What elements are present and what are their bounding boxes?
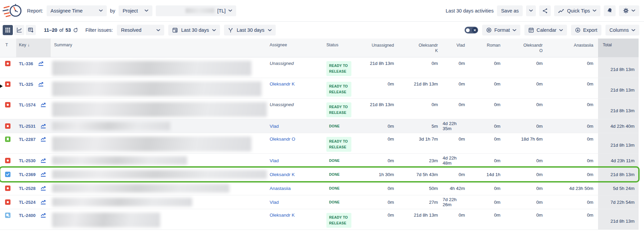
time-cell-roman: 0m (470, 186, 505, 191)
trend-report-icon[interactable] (40, 199, 47, 205)
pagination: 11–20 of 53 (44, 27, 78, 33)
assignee-link[interactable]: Vlad (270, 124, 279, 129)
trend-report-icon[interactable] (40, 213, 47, 218)
time-cell-anastasiia: 0m (547, 209, 598, 218)
trend-report-icon[interactable] (40, 158, 47, 163)
time-cell-roman: 0m (470, 133, 505, 142)
status-badge: DONE (326, 198, 342, 207)
col-header-user-roman[interactable]: Roman (470, 39, 505, 57)
table-row[interactable]: TL-2369 Oleksandr K DONE 1h 30m 7d 5h 43… (0, 168, 639, 181)
table-row[interactable]: TL-2524 Vlad DONE 0m 27m 7d 22h 26m 0m 0… (0, 195, 639, 209)
issue-key-link[interactable]: TL-2369 (19, 172, 35, 177)
chevron-down-icon (513, 29, 516, 31)
time-cell-oleksandr-o: 0m (505, 172, 547, 177)
issue-key-link[interactable]: TL-2531 (19, 124, 35, 129)
bell-icon (607, 8, 613, 14)
trend-report-icon[interactable] (40, 172, 47, 177)
col-header-user-unassigned[interactable]: Unassigned (365, 39, 399, 57)
save-as-button[interactable]: Save as (497, 5, 523, 16)
assignee-link[interactable]: Oleksandr K (270, 213, 295, 218)
trend-report-icon[interactable] (40, 123, 47, 129)
total-time-cell: 21d 8h 13m (598, 78, 639, 98)
time-cell-roman: 0m (470, 158, 505, 163)
issue-key-link[interactable]: TL-2528 (19, 186, 35, 191)
col-header-assignee[interactable]: Assignee (267, 39, 324, 57)
assignee-link[interactable]: Vlad (270, 158, 279, 163)
worklog-range-dropdown[interactable]: Last 30 days (224, 25, 275, 35)
trend-report-icon[interactable] (40, 186, 47, 191)
assignee-link[interactable]: Unassigned (270, 102, 294, 107)
project-dropdown[interactable]: [TL] (156, 5, 236, 16)
col-header-user-vlad[interactable]: Vlad (443, 39, 470, 57)
pivot-view-button[interactable] (26, 25, 36, 35)
issue-key-link[interactable]: TL-2524 (19, 200, 35, 205)
time-cell-oleksandr-o: 0m (505, 186, 547, 191)
time-cell-anastasiia: 0m (547, 57, 598, 66)
trend-report-icon[interactable] (40, 102, 47, 107)
time-cell-vlad: 0m (443, 78, 470, 87)
export-button[interactable]: Export (571, 25, 601, 35)
time-cell-roman: 0m (470, 57, 505, 66)
table-row[interactable]: TL-2287 Oleksandr O READY TO RELEASE 0m … (0, 133, 639, 154)
table-row[interactable]: TL-2528 Anastasiia DONE 0m 50m 4h 42m 0m… (0, 181, 639, 195)
trend-report-icon[interactable] (38, 61, 44, 66)
table-row[interactable]: TL-1574 Unassigned READY TO RELEASE 21d … (0, 99, 639, 119)
assignee-link[interactable]: Oleksandr K (270, 81, 295, 87)
col-header-total[interactable]: Total (598, 39, 639, 57)
trend-report-icon[interactable] (40, 137, 47, 142)
save-as-label: Save as (501, 8, 519, 14)
assignee-link[interactable]: Oleksandr O (270, 137, 295, 142)
share-icon (542, 8, 548, 14)
calendar-button[interactable]: Calendar (524, 25, 567, 35)
col-header-user-oleksandr-o[interactable]: Oleksandr O (505, 39, 547, 57)
time-cell-oleksandr-o: 0m (505, 57, 547, 66)
group-by-dropdown[interactable]: Project (119, 5, 152, 16)
time-cell-unassigned: 0m (365, 133, 399, 142)
time-cell-vlad: 0m (443, 133, 470, 142)
report-type-dropdown[interactable]: Assignee Time (47, 5, 107, 16)
col-header-user-anastasiia[interactable]: Anastasiia (547, 39, 598, 57)
table-row[interactable]: TL-2530 Vlad DONE 0m 23m 4d 22h 48m 0m 0… (0, 154, 639, 168)
share-button[interactable] (539, 5, 551, 16)
assignee-link[interactable]: Oleksandr K (270, 172, 295, 177)
notifications-button[interactable] (604, 5, 616, 16)
bug-issue-icon (5, 61, 10, 66)
refresh-icon[interactable] (73, 28, 78, 33)
assignee-link[interactable]: Vlad (270, 200, 279, 205)
status-badge: DONE (326, 184, 342, 193)
col-header-summary[interactable]: Summary (51, 39, 267, 57)
table-row[interactable]: TL-2400 Oleksandr K READY TO RELEASE 0m … (0, 209, 639, 230)
table-row[interactable]: TL-2531 Vlad DONE 0m 5m 4d 22h 35m 0m 0m… (0, 119, 639, 133)
calendar-label: Calendar (537, 27, 556, 33)
trend-report-icon[interactable] (38, 81, 44, 87)
issue-key-link[interactable]: TL-2530 (19, 158, 35, 163)
col-header-user-oleksandr-k[interactable]: Oleksandr K (399, 39, 443, 57)
col-header-key[interactable]: Key ↓ (16, 39, 51, 57)
grid-view-button[interactable] (3, 25, 13, 35)
chart-view-button[interactable] (14, 25, 24, 35)
format-button[interactable]: Format (482, 25, 520, 35)
quick-tips-label: Quick Tips (567, 8, 590, 14)
save-options-button[interactable] (526, 5, 536, 16)
issue-key-link[interactable]: TL-1574 (19, 102, 35, 107)
col-header-type[interactable]: T (0, 39, 16, 57)
assignee-link[interactable]: Unassigned (270, 61, 294, 66)
settings-button[interactable] (619, 5, 639, 16)
estimate-toggle[interactable]: ✕ (465, 27, 478, 33)
status-filter-dropdown[interactable]: Resolved (117, 25, 164, 35)
columns-button[interactable]: Columns (605, 25, 639, 35)
summary-text-blurred (52, 61, 251, 76)
table-row[interactable]: TL-325 Oleksandr K READY TO RELEASE 0m 2… (0, 78, 639, 99)
issue-key-link[interactable]: TL-2400 (19, 213, 35, 218)
col-header-status[interactable]: Status (324, 39, 365, 57)
activities-period-label: Last 30 days activities (446, 8, 494, 14)
table-row[interactable]: TL-336 Unassigned READY TO RELEASE 21d 8… (0, 57, 639, 78)
created-range-dropdown[interactable]: Last 30 days (168, 25, 220, 35)
chevron-down-icon (156, 29, 160, 31)
assignee-link[interactable]: Anastasiia (270, 186, 291, 191)
issue-key-link[interactable]: TL-325 (19, 82, 33, 87)
time-cell-oleksandr-k: 23m (399, 158, 443, 163)
issue-key-link[interactable]: TL-336 (19, 61, 33, 66)
quick-tips-button[interactable]: Quick Tips (554, 5, 600, 16)
issue-key-link[interactable]: TL-2287 (19, 137, 35, 142)
